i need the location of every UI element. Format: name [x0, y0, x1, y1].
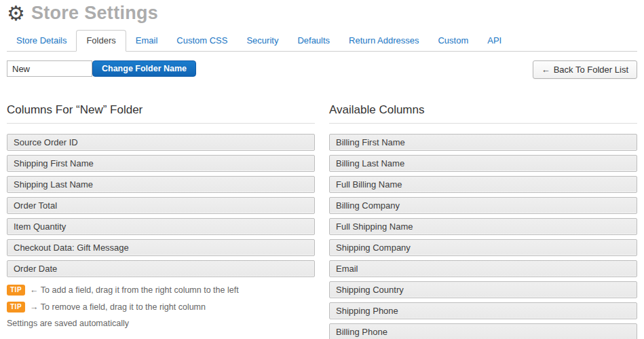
available-columns-list: Billing First Name Billing Last Name Ful… [329, 134, 637, 339]
tab-folders[interactable]: Folders [76, 30, 126, 52]
folder-columns-panel: Columns For “New” Folder Source Order ID… [7, 103, 315, 339]
tab-custom[interactable]: Custom [428, 31, 478, 51]
tab-email[interactable]: Email [126, 31, 168, 51]
available-column-item[interactable]: Shipping Phone [329, 302, 637, 319]
folder-toolbar: Change Folder Name ←Back To Folder List [7, 60, 637, 79]
folder-column-item[interactable]: Checkout Data: Gift Message [7, 239, 315, 256]
tip-remove-field: TIP → To remove a field, drag it to the … [7, 302, 315, 313]
folder-name-group: Change Folder Name [7, 60, 196, 77]
available-column-item[interactable]: Billing Last Name [329, 155, 637, 172]
folder-column-item[interactable]: Shipping First Name [7, 155, 315, 172]
column-panels: Columns For “New” Folder Source Order ID… [7, 103, 637, 339]
folder-column-item[interactable]: Order Total [7, 197, 315, 214]
tip-text: → To remove a field, drag it to the righ… [30, 302, 206, 312]
tips: TIP ← To add a field, drag it from the r… [7, 285, 315, 328]
page-title: Store Settings [31, 3, 158, 24]
tab-return-addresses[interactable]: Return Addresses [339, 31, 428, 51]
available-column-item[interactable]: Billing Company [329, 197, 637, 214]
available-columns-panel: Available Columns Billing First Name Bil… [329, 103, 637, 339]
back-to-folder-list-button[interactable]: ←Back To Folder List [533, 60, 637, 79]
tab-bar: Store Details Folders Email Custom CSS S… [7, 30, 637, 52]
change-folder-name-button[interactable]: Change Folder Name [92, 60, 196, 77]
folder-columns-title: Columns For “New” Folder [7, 103, 315, 124]
page: ⚙ Store Settings Store Details Folders E… [0, 0, 644, 339]
folder-column-item[interactable]: Order Date [7, 260, 315, 277]
available-column-item[interactable]: Billing Phone [329, 323, 637, 339]
available-column-item[interactable]: Email [329, 260, 637, 277]
tab-defaults[interactable]: Defaults [288, 31, 339, 51]
folder-name-input[interactable] [7, 60, 92, 77]
available-column-item[interactable]: Full Shipping Name [329, 218, 637, 235]
back-button-label: Back To Folder List [554, 65, 628, 75]
gear-icon: ⚙ [7, 3, 25, 24]
folder-column-item[interactable]: Shipping Last Name [7, 176, 315, 193]
tab-security[interactable]: Security [237, 31, 288, 51]
tip-add-field: TIP ← To add a field, drag it from the r… [7, 285, 315, 296]
folder-column-item[interactable]: Source Order ID [7, 134, 315, 151]
tab-api[interactable]: API [478, 31, 511, 51]
tab-store-details[interactable]: Store Details [7, 31, 76, 51]
tip-badge: TIP [7, 302, 25, 313]
tip-text: ← To add a field, drag it from the right… [30, 285, 239, 295]
available-column-item[interactable]: Full Billing Name [329, 176, 637, 193]
available-column-item[interactable]: Shipping Company [329, 239, 637, 256]
available-column-item[interactable]: Shipping Country [329, 281, 637, 298]
page-header: ⚙ Store Settings [7, 0, 637, 24]
folder-columns-list: Source Order ID Shipping First Name Ship… [7, 134, 315, 277]
autosave-note: Settings are saved automatically [7, 319, 315, 328]
available-columns-title: Available Columns [329, 103, 637, 124]
available-column-item[interactable]: Billing First Name [329, 134, 637, 151]
folder-column-item[interactable]: Item Quantity [7, 218, 315, 235]
tab-custom-css[interactable]: Custom CSS [167, 31, 237, 51]
back-arrow-icon: ← [542, 65, 550, 75]
tip-badge: TIP [7, 285, 25, 296]
